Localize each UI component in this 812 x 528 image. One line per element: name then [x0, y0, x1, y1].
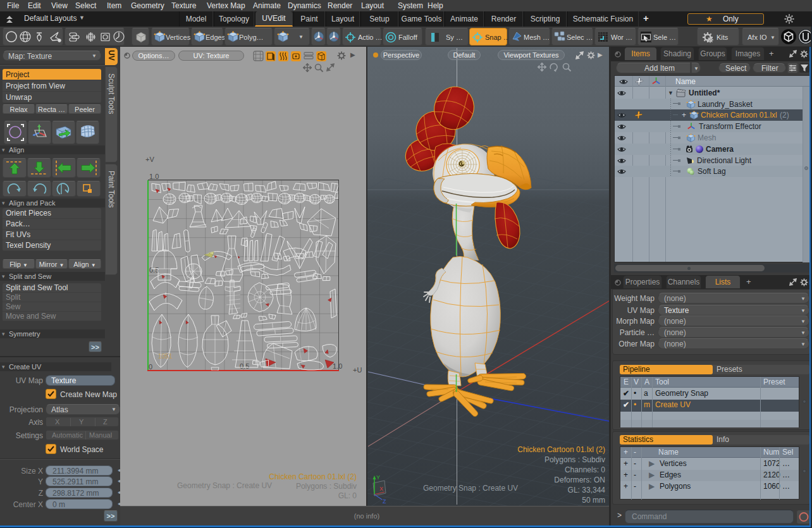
svg-text:Z: Z [383, 498, 386, 505]
svg-text:Y: Y [376, 474, 380, 481]
svg-text:X: X [379, 486, 383, 492]
